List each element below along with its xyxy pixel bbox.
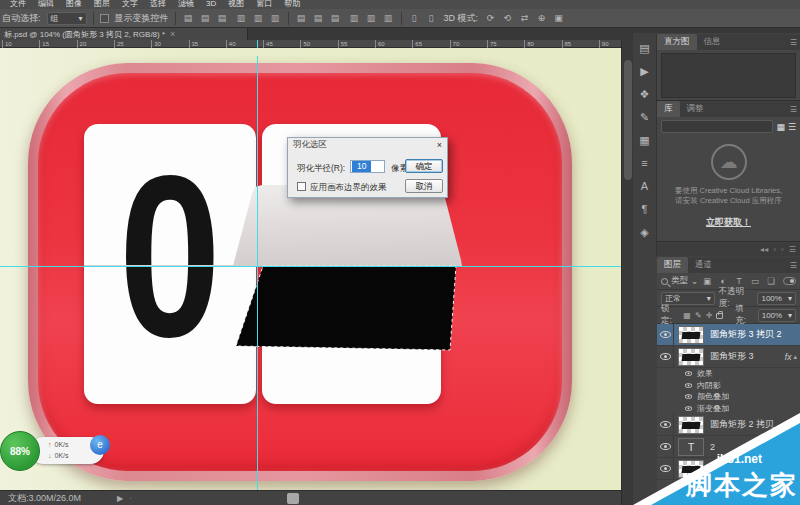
actions-icon[interactable]: ▶ bbox=[636, 64, 654, 78]
align-bottom-icon[interactable]: ▥ bbox=[269, 13, 282, 23]
lock-transparency-icon[interactable]: ▦ bbox=[683, 311, 691, 320]
lock-all-icon[interactable] bbox=[716, 313, 723, 319]
visibility-toggle[interactable] bbox=[657, 324, 674, 345]
list-view-icon[interactable]: ☰ bbox=[788, 122, 796, 132]
type-layer-filter-icon[interactable]: T bbox=[733, 276, 745, 286]
fill-dropdown[interactable]: 100% ▾ bbox=[758, 309, 796, 322]
menu-item[interactable]: 图像 bbox=[66, 0, 82, 9]
document-tab[interactable]: 标.psd @ 104% (圆角矩形 3 拷贝 2, RGB/8) * × bbox=[0, 28, 248, 40]
panel-menu-icon[interactable]: ☰ bbox=[790, 261, 797, 270]
visibility-toggle[interactable] bbox=[681, 403, 695, 415]
panel-menu-icon[interactable]: ☰ bbox=[789, 245, 796, 254]
panel-menu-icon[interactable]: ☰ bbox=[790, 38, 797, 47]
character-panel-icon[interactable]: A bbox=[636, 179, 654, 193]
menu-item[interactable]: 图层 bbox=[94, 0, 110, 9]
auto-select-dropdown[interactable]: 组 ▾ bbox=[47, 12, 87, 25]
menu-item[interactable]: 文字 bbox=[122, 0, 138, 9]
collapse-dock-icon[interactable]: ◂◂ bbox=[760, 245, 768, 254]
3d-roll-icon[interactable]: ⟲ bbox=[501, 13, 514, 23]
visibility-toggle[interactable] bbox=[681, 368, 695, 380]
distribute-middle-icon[interactable]: ▤ bbox=[312, 13, 325, 23]
layer-row[interactable]: T 2 fx ▴ bbox=[657, 436, 800, 458]
3d-rotate-icon[interactable]: ⟳ bbox=[484, 13, 497, 23]
dialog-title-bar[interactable]: 羽化选区 × bbox=[288, 138, 447, 152]
layer-row[interactable]: T 渐变叠加 fx ▴ bbox=[657, 403, 800, 415]
visibility-toggle[interactable] bbox=[657, 346, 674, 367]
lock-pixels-icon[interactable]: ✎ bbox=[695, 311, 702, 320]
3d-drag-icon[interactable]: ⇄ bbox=[518, 13, 531, 23]
layer-row[interactable]: T 效果 fx ▴ bbox=[657, 368, 800, 380]
show-transform-checkbox[interactable] bbox=[100, 14, 109, 23]
tab-channels[interactable]: 通道 bbox=[688, 257, 719, 273]
distribute-right-icon[interactable]: ▥ bbox=[382, 13, 395, 23]
menu-item[interactable]: 文件 bbox=[10, 0, 26, 9]
distribute-width-icon[interactable]: ▯ bbox=[408, 13, 421, 23]
3d-scale-icon[interactable]: ▣ bbox=[552, 13, 565, 23]
close-tab-icon[interactable]: × bbox=[170, 29, 175, 39]
tab-info[interactable]: 信息 bbox=[697, 34, 728, 50]
layer-row[interactable]: T 圆角矩形 3 fx ▴ bbox=[657, 346, 800, 368]
ok-button[interactable]: 确定 bbox=[405, 159, 443, 173]
filter-toggle-switch[interactable] bbox=[783, 277, 796, 285]
distribute-height-icon[interactable]: ▯ bbox=[425, 13, 438, 23]
align-left-icon[interactable]: ▤ bbox=[182, 13, 195, 23]
tab-libraries[interactable]: 库 bbox=[657, 101, 680, 117]
visibility-toggle[interactable] bbox=[657, 458, 674, 479]
panel-menu-icon[interactable]: ☰ bbox=[790, 105, 797, 114]
visibility-toggle[interactable] bbox=[681, 380, 695, 392]
layer-row[interactable]: T 圆角矩形 2 拷贝 fx ▴ bbox=[657, 414, 800, 436]
status-arrow-icon[interactable]: ▶ bbox=[117, 494, 123, 503]
clone-source-icon[interactable]: ▤ bbox=[636, 41, 654, 55]
cancel-button[interactable]: 取消 bbox=[405, 179, 443, 193]
align-right-icon[interactable]: ▤ bbox=[216, 13, 229, 23]
layer-row[interactable]: T fx ▴ bbox=[657, 458, 800, 480]
vertical-scrollbar[interactable] bbox=[621, 40, 633, 505]
brush-presets-icon[interactable]: ▦ bbox=[636, 133, 654, 147]
adjustment-layer-filter-icon[interactable]: ◐ bbox=[717, 276, 729, 286]
swatches-icon[interactable]: ▫ bbox=[773, 245, 776, 254]
shape-layer-filter-icon[interactable]: ▭ bbox=[749, 276, 761, 286]
3d-slide-icon[interactable]: ⊕ bbox=[535, 13, 548, 23]
menu-item[interactable]: 窗口 bbox=[256, 0, 272, 9]
color-icon[interactable]: ▫ bbox=[781, 245, 784, 254]
menu-item[interactable]: 滤镜 bbox=[178, 0, 194, 9]
align-center-h-icon[interactable]: ▤ bbox=[199, 13, 212, 23]
scrollbar-thumb[interactable] bbox=[624, 60, 632, 180]
align-top-icon[interactable]: ▥ bbox=[235, 13, 248, 23]
visibility-toggle[interactable] bbox=[657, 414, 674, 435]
tab-histogram[interactable]: 直方图 bbox=[657, 34, 697, 50]
menu-item[interactable]: 视图 bbox=[228, 0, 244, 9]
antivirus-badge-icon[interactable]: e bbox=[90, 435, 110, 455]
align-middle-icon[interactable]: ▥ bbox=[252, 13, 265, 23]
opacity-dropdown[interactable]: 100% ▾ bbox=[757, 292, 796, 305]
menu-item[interactable]: 选择 bbox=[150, 0, 166, 9]
feather-radius-input[interactable]: 10 bbox=[350, 160, 385, 173]
layer-row[interactable]: T 圆角矩形 3 拷贝 2 fx ▴ bbox=[657, 324, 800, 346]
distribute-left-icon[interactable]: ▥ bbox=[348, 13, 361, 23]
memory-percent-badge[interactable]: 88% bbox=[0, 431, 40, 471]
tab-adjustments[interactable]: 调整 bbox=[680, 101, 711, 117]
layer-comps-icon[interactable]: ≡ bbox=[636, 156, 654, 170]
paragraph-panel-icon[interactable]: ¶ bbox=[636, 202, 654, 216]
menu-item[interactable]: 帮助 bbox=[284, 0, 300, 9]
collapse-effects-icon[interactable]: ▴ bbox=[793, 353, 800, 361]
visibility-toggle[interactable] bbox=[681, 391, 695, 403]
library-search-input[interactable] bbox=[661, 120, 773, 133]
close-icon[interactable]: × bbox=[437, 140, 442, 150]
3d-panel-icon[interactable]: ◈ bbox=[636, 225, 654, 239]
brush-icon[interactable]: ✎ bbox=[636, 110, 654, 124]
distribute-top-icon[interactable]: ▤ bbox=[295, 13, 308, 23]
tab-layers[interactable]: 图层 bbox=[657, 257, 688, 273]
smart-object-filter-icon[interactable]: ❏ bbox=[765, 276, 777, 286]
distribute-bottom-icon[interactable]: ▤ bbox=[329, 13, 342, 23]
menu-item[interactable]: 3D bbox=[206, 0, 216, 9]
layer-row[interactable]: T 颜色叠加 fx ▴ bbox=[657, 391, 800, 403]
net-speed-widget[interactable]: ↑0K/s ↓0K/s 88% e bbox=[0, 430, 120, 474]
menu-item[interactable]: 编辑 bbox=[38, 0, 54, 9]
distribute-center-icon[interactable]: ▥ bbox=[365, 13, 378, 23]
styles-icon[interactable]: ❖ bbox=[636, 87, 654, 101]
grid-view-icon[interactable]: ▦ bbox=[776, 122, 785, 132]
canvas-bounds-checkbox[interactable] bbox=[297, 182, 306, 191]
get-now-link[interactable]: 立即获取！ bbox=[657, 216, 800, 229]
pixel-layer-filter-icon[interactable]: ▣ bbox=[701, 276, 713, 286]
